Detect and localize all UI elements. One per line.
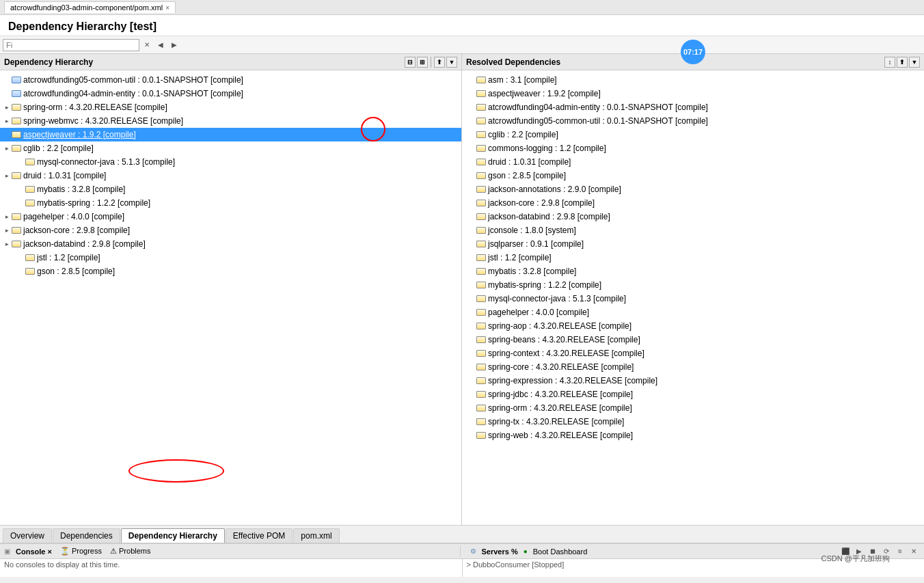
tree-item[interactable]: ▸spring-webmvc : 4.3.20.RELEASE [compile… — [0, 114, 461, 128]
resolved-item[interactable]: jconsole : 1.8.0 [system] — [462, 223, 924, 237]
tree-toggle — [16, 185, 25, 193]
boot-dashboard-tab[interactable]: Boot Dashboard — [530, 547, 590, 556]
resolved-item[interactable]: pagehelper : 4.0.0 [compile] — [462, 306, 924, 319]
jar-icon — [11, 239, 22, 249]
expand-all-btn[interactable]: ⊞ — [417, 57, 428, 68]
tree-toggle[interactable]: ▸ — [3, 213, 11, 221]
tree-item[interactable]: ▸pagehelper : 4.0.0 [compile] — [0, 210, 461, 223]
filter-toolbar: ✕ ◀ ▶ — [0, 36, 924, 54]
resolved-item[interactable]: atcrowdfunding04-admin-entity : 0.0.1-SN… — [462, 100, 924, 114]
navigate-prev-icon[interactable]: ◀ — [154, 39, 167, 51]
resolved-item[interactable]: atcrowdfunding05-common-util : 0.0.1-SNA… — [462, 114, 924, 128]
resolved-item[interactable]: spring-jdbc : 4.3.20.RELEASE [compile] — [462, 388, 924, 401]
resolved-dependencies-list[interactable]: asm : 3.1 [compile]aspectjweaver : 1.9.2… — [462, 70, 924, 525]
resolved-item-label: jsqlparser : 0.9.1 [compile] — [488, 238, 584, 250]
jar-icon — [476, 116, 487, 126]
tree-toggle[interactable]: ▸ — [3, 240, 11, 248]
tree-item[interactable]: atcrowdfunding04-admin-entity : 0.0.1-SN… — [0, 87, 461, 100]
servers-icon: ⚙ — [470, 547, 476, 555]
sort-btn[interactable]: ↕ — [884, 57, 895, 68]
resolved-item[interactable]: jsqlparser : 0.9.1 [compile] — [462, 237, 924, 251]
resolved-item[interactable]: jackson-annotations : 2.9.0 [compile] — [462, 182, 924, 196]
resolved-item[interactable]: spring-tx : 4.3.20.RELEASE [compile] — [462, 415, 924, 429]
watermark: CSDN @平凡加班狗 — [821, 554, 890, 564]
tree-toggle[interactable]: ▸ — [3, 226, 11, 234]
tree-item[interactable]: mysql-connector-java : 5.1.3 [compile] — [0, 155, 461, 169]
editor-tab-overview[interactable]: Overview — [3, 528, 52, 543]
tree-item[interactable]: ▸cglib : 2.2 [compile] — [0, 141, 461, 155]
right-panel-title: Resolved Dependencies — [466, 57, 560, 67]
editor-tab-dependencies[interactable]: Dependencies — [53, 528, 120, 543]
close-filter-icon[interactable]: ✕ — [141, 39, 153, 51]
resolved-item[interactable]: jackson-databind : 2.9.8 [compile] — [462, 210, 924, 223]
resolved-item-label: jackson-annotations : 2.9.0 [compile] — [488, 183, 621, 195]
resolved-item[interactable]: mysql-connector-java : 5.1.3 [compile] — [462, 292, 924, 306]
filter-right-btn[interactable]: ▼ — [909, 57, 920, 68]
tree-item[interactable]: ▸jackson-databind : 2.9.8 [compile] — [0, 237, 461, 251]
jar-icon — [11, 212, 22, 221]
console-tab-console[interactable]: Console × — [13, 547, 55, 556]
console-icon: ▣ — [4, 547, 10, 555]
tree-item[interactable]: mybatis : 3.2.8 [compile] — [0, 182, 461, 196]
tree-toggle[interactable]: ▸ — [3, 144, 11, 152]
editor-tab-pom.xml[interactable]: pom.xml — [293, 528, 339, 543]
resolved-item[interactable]: spring-expression : 4.3.20.RELEASE [comp… — [462, 374, 924, 388]
toolbar-icon-5[interactable]: ≡ — [894, 545, 906, 558]
resolved-item[interactable]: spring-aop : 4.3.20.RELEASE [compile] — [462, 319, 924, 333]
jar-icon — [476, 198, 487, 208]
servers-tab[interactable]: Servers % — [479, 547, 521, 556]
resolved-item[interactable]: spring-core : 4.3.20.RELEASE [compile] — [462, 360, 924, 374]
jar-icon — [476, 157, 487, 167]
tree-item[interactable]: jstl : 1.2 [compile] — [0, 251, 461, 265]
jar-icon — [476, 308, 487, 317]
resolved-item[interactable]: mybatis : 3.2.8 [compile] — [462, 265, 924, 278]
tree-item[interactable]: ▸jackson-core : 2.9.8 [compile] — [0, 223, 461, 237]
navigate-next-icon[interactable]: ▶ — [168, 39, 180, 51]
editor-tab-dependency-hierarchy[interactable]: Dependency Hierarchy — [121, 528, 225, 543]
resolved-item-label: druid : 1.0.31 [compile] — [488, 156, 571, 168]
resolved-item[interactable]: cglib : 2.2 [compile] — [462, 128, 924, 141]
tree-item[interactable]: ▸spring-orm : 4.3.20.RELEASE [compile] — [0, 100, 461, 114]
tree-toggle — [16, 254, 25, 262]
tree-item[interactable]: gson : 2.8.5 [compile] — [0, 265, 461, 278]
tree-toggle[interactable]: ▸ — [3, 117, 11, 125]
export-right-btn[interactable]: ⬆ — [897, 57, 908, 68]
collapse-all-btn[interactable]: ⊟ — [405, 57, 416, 68]
console-output: No consoles to display at this time. — [0, 559, 463, 577]
resolved-item[interactable]: mybatis-spring : 1.2.2 [compile] — [462, 278, 924, 292]
export-btn[interactable]: ⬆ — [434, 57, 445, 68]
tree-item[interactable]: atcrowdfunding05-common-util : 0.0.1-SNA… — [0, 73, 461, 87]
resolved-item[interactable]: spring-orm : 4.3.20.RELEASE [compile] — [462, 401, 924, 415]
resolved-item[interactable]: commons-logging : 1.2 [compile] — [462, 141, 924, 155]
resolved-item[interactable]: gson : 2.8.5 [compile] — [462, 169, 924, 182]
resolved-item[interactable]: druid : 1.0.31 [compile] — [462, 155, 924, 169]
resolved-item[interactable]: spring-web : 4.3.20.RELEASE [compile] — [462, 429, 924, 442]
tree-item[interactable]: ▸druid : 1.0.31 [compile] — [0, 169, 461, 182]
resolved-item[interactable]: spring-context : 4.3.20.RELEASE [compile… — [462, 347, 924, 360]
tree-toggle[interactable]: ▸ — [3, 103, 11, 111]
resolved-item[interactable]: aspectjweaver : 1.9.2 [compile] — [462, 87, 924, 100]
tree-toggle — [3, 76, 11, 84]
main-content: Dependency Hierarchy ⊟ ⊞ ⬆ ▼ atcrowdfund… — [0, 54, 924, 525]
filter-input[interactable] — [3, 39, 139, 51]
tree-item-label: mysql-connector-java : 5.1.3 [compile] — [37, 156, 175, 168]
resolved-item[interactable]: jackson-core : 2.9.8 [compile] — [462, 196, 924, 210]
filter-btn[interactable]: ▼ — [446, 57, 457, 68]
tree-toggle — [3, 131, 11, 139]
resolved-item-label: mybatis-spring : 1.2.2 [compile] — [488, 279, 601, 291]
tree-item[interactable]: mybatis-spring : 1.2.2 [compile] — [0, 196, 461, 210]
dependency-tree[interactable]: atcrowdfunding05-common-util : 0.0.1-SNA… — [0, 70, 461, 525]
resolved-item[interactable]: spring-beans : 4.3.20.RELEASE [compile] — [462, 333, 924, 347]
console-tab-problems[interactable]: ⚠ Problems — [107, 546, 154, 556]
editor-tab-effective-pom[interactable]: Effective POM — [226, 528, 293, 543]
resolved-item[interactable]: jstl : 1.2 [compile] — [462, 251, 924, 265]
tree-item[interactable]: aspectjweaver : 1.9.2 [compile] — [0, 128, 461, 141]
console-tab-progress[interactable]: ⏳ Progress — [57, 546, 105, 556]
resolved-item[interactable]: asm : 3.1 [compile] — [462, 73, 924, 87]
jar-icon — [25, 253, 36, 262]
editor-tab[interactable]: atcrowdfunding03-admin-component/pom.xml… — [4, 1, 176, 13]
toolbar-icon-6[interactable]: ✕ — [908, 545, 920, 558]
tree-toggle — [16, 199, 25, 207]
tree-toggle[interactable]: ▸ — [3, 172, 11, 180]
close-tab-icon[interactable]: × — [165, 4, 169, 12]
